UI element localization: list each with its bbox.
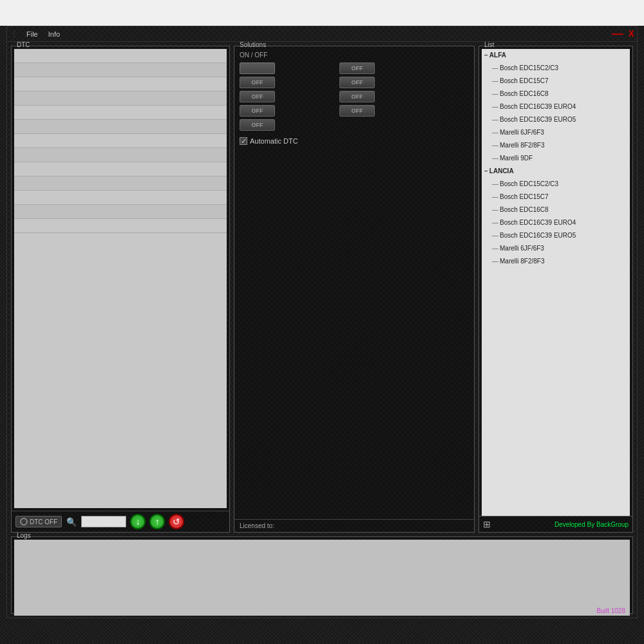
close-button[interactable]: X bbox=[629, 28, 634, 39]
search-icon[interactable]: 🔍 bbox=[66, 516, 77, 527]
toggle-left-2[interactable]: OFF bbox=[240, 77, 275, 88]
list-item[interactable]: — Bosch EDC16C39 EURO5 bbox=[482, 113, 630, 126]
refresh-button[interactable]: ↺ bbox=[169, 514, 184, 529]
tree-dash-icon: — bbox=[492, 140, 498, 151]
list-panel-title: List bbox=[483, 41, 496, 48]
tree-dash-icon: — bbox=[492, 231, 498, 241]
list-item-label: Bosch EDC16C39 EURO5 bbox=[500, 115, 576, 125]
toggle-left-4[interactable]: OFF bbox=[240, 105, 275, 117]
table-row bbox=[14, 120, 227, 134]
list-item-label: Bosch EDC15C7 bbox=[500, 76, 549, 86]
menu-bar: ⋮ File Info — X bbox=[7, 26, 637, 42]
solutions-content: ON / OFF OFF OFF bbox=[234, 46, 474, 519]
content-area: DTC bbox=[7, 42, 637, 618]
list-item[interactable]: — Bosch EDC16C8 bbox=[482, 88, 630, 100]
bottom-bar: Built 1028 bbox=[14, 603, 630, 618]
list-item-label: Bosch EDC15C2/C3 bbox=[500, 179, 558, 189]
upload-button[interactable]: ↑ bbox=[149, 514, 165, 529]
dtc-panel-title: DTC bbox=[15, 41, 32, 48]
list-item-lancia-header[interactable]: − LANCIA bbox=[482, 165, 630, 178]
dtc-off-button[interactable]: DTC OFF bbox=[15, 516, 62, 527]
table-row bbox=[14, 191, 227, 205]
toggle-left-3[interactable]: OFF bbox=[240, 91, 275, 102]
up-arrow-icon: ↑ bbox=[155, 516, 160, 527]
table-row bbox=[14, 134, 227, 148]
auto-dtc-row: ✓ Automatic DTC bbox=[240, 137, 469, 145]
list-item[interactable]: — Marelli 6JF/6F3 bbox=[482, 242, 630, 255]
list-item-label: Marelli 6JF/6F3 bbox=[500, 128, 544, 138]
menu-file[interactable]: File bbox=[21, 29, 43, 39]
list-item-label: Bosch EDC15C2/C3 bbox=[500, 63, 558, 73]
on-off-header: ON / OFF bbox=[240, 52, 469, 59]
minimize-button[interactable]: — bbox=[612, 28, 623, 39]
expand-icon[interactable]: ⊞ bbox=[483, 519, 491, 529]
list-item[interactable]: — Bosch EDC16C39 EURO4 bbox=[482, 216, 630, 229]
list-item-label: Marelli 9DF bbox=[500, 153, 533, 164]
list-item[interactable]: — Bosch EDC16C39 EURO4 bbox=[482, 100, 630, 113]
solutions-panel: Solutions ON / OFF OFF OFF bbox=[234, 46, 475, 533]
toggle-left-5[interactable]: OFF bbox=[240, 119, 275, 131]
list-item-label: Bosch EDC15C7 bbox=[500, 192, 549, 202]
list-item-label: Bosch EDC16C8 bbox=[500, 205, 549, 215]
toggle-right-2[interactable]: OFF bbox=[339, 77, 375, 88]
list-item[interactable]: — Bosch EDC15C7 bbox=[482, 75, 630, 88]
search-input[interactable] bbox=[81, 516, 126, 527]
table-row bbox=[14, 219, 227, 233]
toggle-right-1[interactable]: OFF bbox=[339, 62, 375, 74]
list-item-label: Bosch EDC16C39 EURO4 bbox=[500, 102, 576, 112]
tree-dash-icon: — bbox=[492, 243, 498, 254]
table-row bbox=[14, 63, 227, 77]
tree-dash-icon: — bbox=[492, 63, 498, 73]
top-panels: DTC bbox=[11, 46, 633, 533]
list-item[interactable]: — Bosch EDC16C39 EURO5 bbox=[482, 229, 630, 242]
toggle-col-left: OFF OFF OFF OFF bbox=[240, 62, 275, 131]
list-item[interactable]: — Bosch EDC15C2/C3 bbox=[482, 62, 630, 75]
solutions-panel-title: Solutions bbox=[238, 41, 267, 48]
tree-dash-icon: — bbox=[492, 115, 498, 125]
table-row bbox=[14, 205, 227, 219]
table-row bbox=[14, 91, 227, 106]
dtc-panel: DTC bbox=[11, 46, 230, 533]
list-footer: ⊞ Developed By BackGroup bbox=[479, 516, 632, 532]
collapse-alfa-icon: − bbox=[484, 50, 488, 61]
toggle-col-right: OFF OFF OFF OFF bbox=[339, 62, 375, 131]
list-item-label: Bosch EDC16C39 EURO5 bbox=[500, 231, 576, 241]
list-item-label: Bosch EDC16C8 bbox=[500, 89, 549, 99]
list-item[interactable]: — Bosch EDC15C7 bbox=[482, 191, 630, 204]
list-item-label: Marelli 6JF/6F3 bbox=[500, 243, 544, 254]
alfa-group-label: ALFA bbox=[489, 50, 506, 61]
toggle-left-1[interactable] bbox=[240, 62, 275, 74]
list-item[interactable]: — Marelli 8F2/8F3 bbox=[482, 139, 630, 152]
list-item-label: Marelli 8F2/8F3 bbox=[500, 140, 544, 151]
list-item[interactable]: — Bosch EDC16C8 bbox=[482, 204, 630, 216]
toggle-rows: OFF OFF OFF OFF bbox=[240, 62, 469, 131]
list-item-label: Marelli 8F2/8F3 bbox=[500, 256, 544, 267]
toggle-right-3[interactable]: OFF bbox=[339, 91, 375, 102]
dtc-list[interactable] bbox=[14, 49, 227, 508]
list-item[interactable]: — Marelli 8F2/8F3 bbox=[482, 255, 630, 268]
auto-dtc-label: Automatic DTC bbox=[250, 137, 298, 145]
tree-dash-icon: — bbox=[492, 179, 498, 189]
tree-dash-icon: — bbox=[492, 102, 498, 112]
down-arrow-icon: ↓ bbox=[136, 516, 140, 527]
dtc-toolbar: DTC OFF 🔍 ↓ ↑ ↺ bbox=[12, 511, 229, 532]
tree-dash-icon: — bbox=[492, 76, 498, 86]
tree-dash-icon: — bbox=[492, 89, 498, 99]
table-row bbox=[14, 77, 227, 91]
lancia-group-label: LANCIA bbox=[489, 166, 514, 176]
list-item[interactable]: — Marelli 9DF bbox=[482, 152, 630, 165]
logs-panel: Logs bbox=[11, 536, 633, 614]
menu-info[interactable]: Info bbox=[43, 29, 65, 39]
table-row bbox=[14, 106, 227, 120]
tree-dash-icon: — bbox=[492, 153, 498, 164]
toggle-right-4[interactable]: OFF bbox=[339, 105, 375, 117]
menu-dots: ⋮ bbox=[11, 30, 17, 37]
list-item-alfa-header[interactable]: − ALFA bbox=[482, 49, 630, 62]
logs-panel-title: Logs bbox=[15, 532, 32, 539]
download-button[interactable]: ↓ bbox=[130, 514, 146, 529]
dtc-off-label: DTC OFF bbox=[30, 518, 57, 526]
list-content[interactable]: − ALFA — Bosch EDC15C2/C3 — Bosch EDC15C… bbox=[482, 49, 630, 516]
list-item[interactable]: — Marelli 6JF/6F3 bbox=[482, 126, 630, 139]
list-item[interactable]: — Bosch EDC15C2/C3 bbox=[482, 178, 630, 191]
auto-dtc-checkbox[interactable]: ✓ bbox=[240, 137, 247, 145]
